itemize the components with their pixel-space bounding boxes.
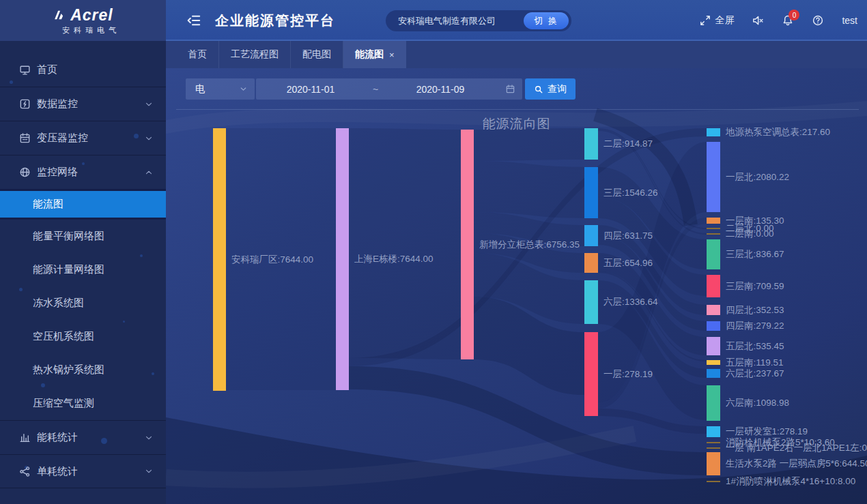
speaker-mute-icon	[752, 14, 764, 27]
tab-power-distribution-diagram[interactable]: 配电图	[291, 41, 343, 68]
sankey-node-五层北[interactable]	[707, 337, 720, 355]
sankey-node-三层[interactable]	[584, 167, 598, 218]
transformer-icon	[19, 132, 31, 144]
sidebar-item-data-monitoring[interactable]: 数据监控	[0, 87, 166, 121]
sankey-node-四层南[interactable]	[707, 321, 720, 331]
sidebar-item-home[interactable]: 首页	[0, 53, 166, 87]
date-end: 2020-11-09	[386, 84, 495, 95]
sankey-node-1#消防喷淋机械泵4*16+10[interactable]	[707, 481, 720, 482]
sankey-node-安科瑞厂区[interactable]	[213, 128, 226, 391]
company-name: 安科瑞电气制造有限公司	[386, 15, 524, 27]
notifications-button[interactable]: 0	[782, 14, 794, 27]
bar-chart-icon	[19, 432, 31, 443]
energy-type-select[interactable]: 电	[186, 78, 255, 100]
chevron-down-icon	[144, 100, 154, 109]
app-header: 企业能源管控平台 安科瑞电气制造有限公司 切 换 全屏	[166, 0, 867, 41]
sankey-node-三层南[interactable]	[707, 275, 720, 297]
chevron-down-icon	[144, 134, 154, 143]
sankey-node-新增分立柜总表[interactable]	[461, 130, 474, 359]
tab-home[interactable]: 首页	[176, 41, 219, 68]
query-label: 查询	[548, 83, 567, 95]
fullscreen-button[interactable]: 全屏	[699, 14, 734, 27]
sankey-node-一层[interactable]	[584, 332, 598, 416]
acrel-logo-icon	[53, 8, 66, 22]
close-icon[interactable]: ×	[389, 50, 395, 60]
brand-name: Acrel	[70, 6, 113, 25]
sidebar-item-transformer-monitoring[interactable]: 变压器监控	[0, 121, 166, 155]
sankey-node-六层[interactable]	[584, 280, 598, 324]
help-icon	[812, 14, 824, 27]
tab-process-flow-diagram[interactable]: 工艺流程图	[219, 41, 291, 68]
tab-bar: 首页工艺流程图配电图能流图×	[166, 41, 867, 68]
sankey-node-一层北[interactable]	[707, 142, 720, 212]
sankey-node-二层北[interactable]	[707, 228, 720, 229]
fullscreen-label: 全屏	[715, 14, 734, 27]
collapse-menu-icon[interactable]	[186, 13, 201, 28]
sidebar-item-label: 空压机系统图	[33, 330, 94, 343]
sankey-node-五层南[interactable]	[707, 360, 720, 365]
mute-button[interactable]	[752, 14, 764, 27]
sankey-node-上海E栋楼[interactable]	[336, 128, 349, 390]
sidebar-item-chilled-water-system[interactable]: 冻水系统图	[0, 286, 166, 320]
tab-label: 能流图	[355, 48, 384, 61]
sidebar-item-air-compressor-system[interactable]: 空压机系统图	[0, 320, 166, 353]
date-separator: ~	[365, 84, 386, 95]
sankey-node-一层研发室1[interactable]	[707, 426, 720, 437]
sidebar-item-monitoring-network[interactable]: 监控网络	[0, 155, 166, 189]
network-icon	[19, 166, 31, 178]
username: test	[842, 15, 857, 26]
sankey-node-四层[interactable]	[584, 225, 598, 246]
sidebar-item-label: 监控网络	[37, 166, 78, 179]
sankey-node-消防栓机械泵2路5*10[interactable]	[707, 442, 720, 443]
sankey-node-一层 南1APE2右一层北1APE1左[interactable]	[707, 447, 720, 449]
sidebar-item-label: 数据监控	[37, 98, 78, 110]
content-area: 电 2020-11-01 ~ 2020-11-09	[166, 68, 867, 504]
home-icon	[19, 64, 31, 76]
user-menu[interactable]: test	[842, 15, 857, 26]
sidebar-menu: 首页数据监控变压器监控监控网络能流图能量平衡网络图能源计量网络图冻水系统图空压机…	[0, 41, 166, 488]
sidebar-item-label: 能量平衡网络图	[33, 230, 104, 243]
sidebar-item-unit-consumption-stats[interactable]: 单耗统计	[0, 454, 166, 488]
tab-label: 配电图	[302, 48, 331, 61]
share-nodes-icon	[19, 466, 31, 477]
sidebar-item-label: 变压器监控	[37, 132, 88, 145]
fullscreen-icon	[699, 14, 711, 27]
sidebar-item-energy-flow[interactable]: 能流图	[0, 189, 166, 220]
sankey-node-六层北[interactable]	[707, 369, 720, 378]
sankey-node-地源热泵空调总表[interactable]	[707, 128, 720, 136]
help-button[interactable]	[812, 14, 824, 27]
sankey-node-六层南[interactable]	[707, 385, 720, 421]
sidebar: Acrel 安科瑞电气 首页数据监控变压器监控监控网络能流图能量平衡网络图能源计…	[0, 0, 166, 504]
chevron-up-icon	[144, 168, 154, 177]
brand-logo: Acrel 安科瑞电气	[0, 0, 166, 41]
sidebar-item-label: 压缩空气监测	[33, 397, 94, 410]
switch-company-button[interactable]: 切 换	[524, 12, 569, 29]
sankey-node-生活水泵2路 一层弱点房5*6[interactable]	[707, 452, 720, 475]
sankey-node-一层南[interactable]	[707, 218, 720, 224]
company-selector[interactable]: 安科瑞电气制造有限公司 切 换	[386, 10, 571, 31]
sidebar-item-label: 能流图	[33, 198, 63, 211]
chevron-down-icon	[144, 466, 154, 476]
sankey-node-四层北[interactable]	[707, 305, 720, 315]
tab-energy-flow-diagram[interactable]: 能流图×	[343, 41, 406, 68]
date-range-picker[interactable]: 2020-11-01 ~ 2020-11-09	[256, 78, 522, 100]
sidebar-item-compressed-air-monitoring[interactable]: 压缩空气监测	[0, 387, 166, 420]
notification-badge: 0	[788, 10, 799, 20]
app-window: Acrel 安科瑞电气 首页数据监控变压器监控监控网络能流图能量平衡网络图能源计…	[0, 0, 867, 504]
sankey-node-五层[interactable]	[584, 253, 598, 273]
header-actions: 全屏 0	[699, 0, 857, 41]
data-monitor-icon	[19, 98, 31, 110]
sidebar-item-energy-consumption-stats[interactable]: 能耗统计	[0, 420, 166, 454]
sidebar-item-label: 能耗统计	[37, 431, 78, 444]
sidebar-item-label: 首页	[37, 63, 57, 76]
sankey-node-二层[interactable]	[584, 128, 598, 160]
sidebar-item-hot-water-boiler-system[interactable]: 热水锅炉系统图	[0, 353, 166, 387]
sidebar-item-label: 单耗统计	[37, 465, 78, 478]
sankey-node-二层南[interactable]	[707, 233, 720, 235]
sidebar-item-label: 能源计量网络图	[33, 263, 104, 276]
sidebar-item-energy-balance-network[interactable]: 能量平衡网络图	[0, 220, 166, 253]
sankey-node-三层北[interactable]	[707, 239, 720, 269]
chevron-down-icon	[239, 85, 248, 93]
query-button[interactable]: 查询	[525, 78, 575, 100]
sidebar-item-energy-metering-network[interactable]: 能源计量网络图	[0, 253, 166, 286]
